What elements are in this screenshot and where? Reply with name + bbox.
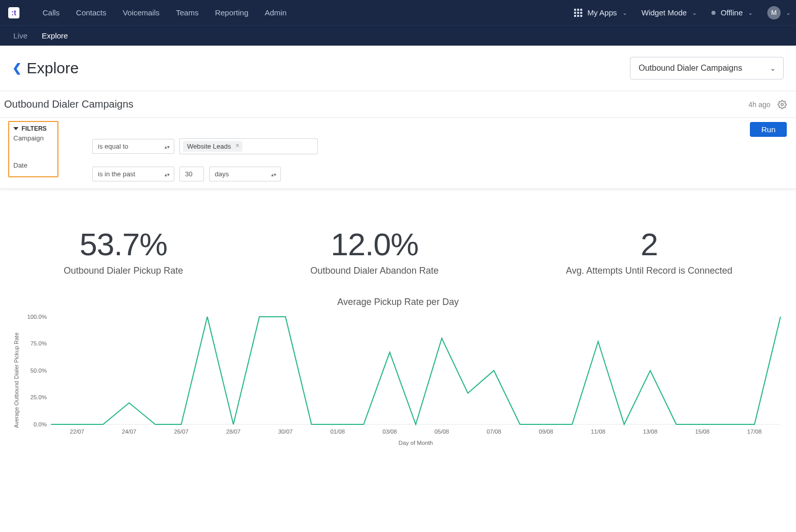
svg-text:01/08: 01/08 — [331, 428, 345, 435]
kpi-value: 12.0% — [311, 226, 439, 262]
svg-point-0 — [781, 103, 784, 106]
presence-status[interactable]: Offline ⌄ — [711, 8, 753, 17]
topbar: :t Calls Contacts Voicemails Teams Repor… — [0, 0, 796, 25]
my-apps-menu[interactable]: My Apps ⌄ — [574, 8, 627, 17]
svg-text:100.0%: 100.0% — [27, 314, 47, 320]
view-selected-label: Outbound Dialer Campaigns — [639, 64, 742, 73]
chart-y-axis-label: Average Outbound Dialer Pickup Rate — [10, 314, 19, 447]
subnav-live[interactable]: Live — [13, 31, 28, 40]
filter-row-date: is in the past ▴▾ 30 days ▴▾ — [92, 167, 318, 181]
svg-text:09/08: 09/08 — [539, 428, 553, 435]
filter-campaign-label: Campaign — [9, 132, 57, 144]
svg-text:03/08: 03/08 — [382, 428, 397, 435]
updown-icon: ▴▾ — [165, 144, 170, 149]
chevron-down-icon: ⌄ — [786, 9, 791, 16]
run-button[interactable]: Run — [750, 122, 787, 137]
filters-label: FILTERS — [22, 125, 47, 132]
nav-voicemails[interactable]: Voicemails — [123, 8, 160, 17]
updown-icon: ▴▾ — [271, 171, 276, 177]
nav-admin[interactable]: Admin — [264, 8, 287, 17]
date-n-input[interactable]: 30 — [179, 167, 204, 181]
widget-mode-menu[interactable]: Widget Mode ⌄ — [642, 8, 697, 17]
user-menu[interactable]: M ⌄ — [767, 6, 791, 19]
svg-text:22/07: 22/07 — [70, 428, 84, 435]
nav-contacts[interactable]: Contacts — [76, 8, 106, 17]
filters-panel: Run FILTERS Campaign Date is equal to ▴▾… — [0, 118, 796, 189]
chart-title: Average Pickup Rate per Day — [10, 297, 786, 308]
kpi-attempts: 2 Avg. Attempts Until Record is Connecte… — [566, 226, 732, 276]
filters-highlight-box: FILTERS Campaign Date — [8, 121, 58, 177]
kpi-label: Outbound Dialer Abandon Rate — [311, 265, 439, 276]
sub-nav: Live Explore — [0, 25, 796, 46]
remove-tag-icon[interactable]: × — [236, 142, 239, 149]
svg-text:0.0%: 0.0% — [34, 421, 47, 427]
svg-text:13/08: 13/08 — [643, 428, 658, 435]
nav-teams[interactable]: Teams — [176, 8, 198, 17]
chart-section: Average Pickup Rate per Day Average Outb… — [0, 297, 796, 452]
chevron-down-icon: ⌄ — [770, 64, 776, 72]
svg-text:07/08: 07/08 — [487, 428, 501, 435]
page-header: ❮ Explore Outbound Dialer Campaigns ⌄ — [0, 46, 796, 91]
collapse-triangle-icon[interactable] — [13, 127, 18, 130]
filter-date-label: Date — [9, 159, 57, 171]
back-chevron-icon[interactable]: ❮ — [12, 62, 22, 75]
topbar-right: My Apps ⌄ Widget Mode ⌄ Offline ⌄ M ⌄ — [574, 6, 791, 19]
updown-icon: ▴▾ — [165, 171, 170, 177]
kpi-label: Avg. Attempts Until Record is Connected — [566, 265, 732, 276]
kpi-pickup-rate: 53.7% Outbound Dialer Pickup Rate — [64, 226, 183, 276]
chevron-down-icon: ⌄ — [692, 9, 697, 16]
kpi-label: Outbound Dialer Pickup Rate — [64, 265, 183, 276]
svg-text:Day of Month: Day of Month — [399, 440, 433, 446]
section-title: Outbound Dialer Campaigns — [4, 98, 133, 110]
svg-text:25.0%: 25.0% — [30, 395, 47, 401]
nav-calls[interactable]: Calls — [43, 8, 59, 17]
kpi-value: 53.7% — [64, 226, 183, 262]
date-operator-select[interactable]: is in the past ▴▾ — [92, 167, 174, 181]
my-apps-label: My Apps — [587, 8, 617, 17]
svg-text:15/08: 15/08 — [695, 428, 709, 435]
main-nav: Calls Contacts Voicemails Teams Reportin… — [43, 8, 287, 17]
kpi-abandon-rate: 12.0% Outbound Dialer Abandon Rate — [311, 226, 439, 276]
chevron-down-icon: ⌄ — [622, 9, 627, 16]
page-title: Explore — [27, 59, 79, 77]
view-dropdown[interactable]: Outbound Dialer Campaigns ⌄ — [630, 57, 784, 79]
svg-text:50.0%: 50.0% — [30, 367, 47, 374]
kpi-row: 53.7% Outbound Dialer Pickup Rate 12.0% … — [0, 189, 796, 297]
avatar: M — [767, 6, 781, 19]
apps-grid-icon — [574, 9, 582, 17]
svg-text:26/07: 26/07 — [174, 428, 189, 435]
subnav-explore[interactable]: Explore — [42, 31, 68, 40]
filter-controls: is equal to ▴▾ Website Leads × is in the… — [92, 138, 318, 181]
svg-text:75.0%: 75.0% — [30, 341, 47, 347]
nav-reporting[interactable]: Reporting — [215, 8, 248, 17]
section-age: 4h ago — [748, 100, 770, 109]
campaign-value-input[interactable]: Website Leads × — [179, 138, 318, 154]
gear-icon[interactable] — [778, 100, 787, 109]
kpi-value: 2 — [566, 226, 732, 262]
campaign-operator-select[interactable]: is equal to ▴▾ — [92, 139, 174, 154]
svg-text:28/07: 28/07 — [226, 428, 240, 435]
status-label: Offline — [721, 8, 743, 17]
date-unit-select[interactable]: days ▴▾ — [209, 167, 281, 181]
campaign-tag: Website Leads × — [183, 141, 242, 152]
line-chart: 0.0%25.0%50.0%75.0%100.0%22/0724/0726/07… — [19, 314, 786, 447]
status-dot-icon — [711, 11, 716, 15]
svg-text:30/07: 30/07 — [278, 428, 293, 435]
section-header: Outbound Dialer Campaigns 4h ago — [0, 91, 796, 118]
app-logo[interactable]: :t — [8, 7, 19, 18]
widget-mode-label: Widget Mode — [642, 8, 687, 17]
chevron-down-icon: ⌄ — [748, 9, 753, 16]
chart-canvas: 0.0%25.0%50.0%75.0%100.0%22/0724/0726/07… — [19, 314, 786, 447]
svg-text:17/08: 17/08 — [747, 428, 762, 435]
filter-row-campaign: is equal to ▴▾ Website Leads × — [92, 138, 318, 154]
svg-text:11/08: 11/08 — [591, 428, 605, 435]
svg-text:24/07: 24/07 — [122, 428, 136, 435]
svg-text:05/08: 05/08 — [435, 428, 449, 435]
